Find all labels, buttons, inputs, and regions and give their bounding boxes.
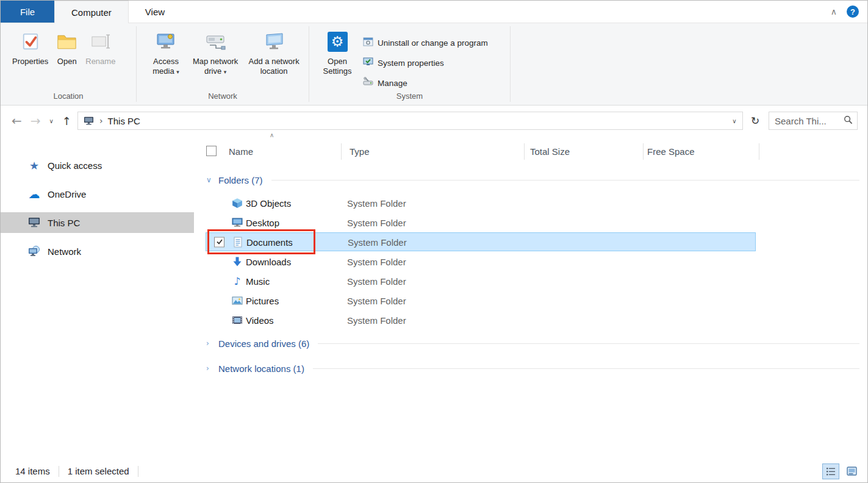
sidebar-item-label: Network	[48, 246, 81, 257]
column-divider[interactable]	[341, 143, 342, 160]
access-media-button[interactable]: Access media ▾	[144, 28, 188, 77]
status-bar: 14 items 1 item selected	[1, 460, 867, 482]
thumbnail-view-button[interactable]	[843, 463, 860, 479]
file-type: System Folder	[347, 218, 406, 228]
desktop-icon	[231, 217, 243, 228]
sidebar-item-this-pc[interactable]: This PC	[1, 212, 194, 233]
quick-access-star-icon: ★	[27, 159, 41, 172]
address-dropdown-icon[interactable]: ∨	[726, 118, 742, 124]
file-row-desktop[interactable]: Desktop System Folder	[206, 213, 756, 232]
forward-icon[interactable]: →	[30, 113, 41, 128]
3d-objects-icon	[231, 198, 243, 209]
ribbon-separator	[510, 26, 511, 102]
ribbon-tab-bar: File Computer View ∧ ?	[1, 1, 867, 23]
open-settings-label: Open Settings	[322, 57, 353, 76]
file-row-documents[interactable]: Documents System Folder	[206, 232, 756, 251]
tabbar-right-controls: ∧ ?	[831, 1, 867, 23]
file-row-downloads[interactable]: Downloads System Folder	[206, 252, 756, 271]
ribbon-group-location: Properties Open Rename Location	[1, 23, 136, 105]
search-input[interactable]	[775, 116, 844, 126]
help-icon[interactable]: ?	[847, 5, 859, 18]
group-label: Network locations (1)	[218, 363, 304, 374]
sidebar-item-network[interactable]: Network	[1, 241, 194, 262]
back-icon[interactable]: ←	[12, 113, 22, 128]
rename-button[interactable]: Rename	[81, 28, 120, 68]
uninstall-icon	[363, 37, 373, 49]
system-properties-label: System properties	[378, 59, 444, 68]
select-all-checkbox[interactable]	[206, 146, 217, 156]
properties-icon	[21, 30, 40, 53]
group-header-folders[interactable]: ∨ Folders (7)	[206, 171, 859, 188]
view-toggle-buttons	[822, 463, 867, 479]
file-row-videos[interactable]: Videos System Folder	[206, 310, 756, 330]
tab-file[interactable]: File	[1, 1, 54, 23]
file-type: System Folder	[347, 315, 406, 326]
file-list-pane: ∧ Name Type Total Size Free Space ∨ Fold…	[194, 136, 867, 460]
collapse-group-icon[interactable]: ∨	[206, 176, 216, 184]
column-divider[interactable]	[524, 143, 525, 160]
properties-button[interactable]: Properties	[8, 28, 52, 68]
navigation-pane: ★ Quick access ☁ OneDrive This PC Networ…	[1, 136, 194, 460]
uninstall-label: Uninstall or change a program	[378, 38, 488, 48]
system-properties-button[interactable]: System properties	[363, 56, 488, 70]
file-row-3d-objects[interactable]: 3D Objects System Folder	[206, 193, 756, 213]
status-divider	[59, 466, 59, 477]
column-header-type[interactable]: Type	[350, 146, 370, 157]
file-row-pictures[interactable]: Pictures System Folder	[206, 291, 756, 310]
column-header-name[interactable]: Name	[229, 146, 253, 157]
map-network-drive-label: Map network drive	[193, 57, 238, 76]
settings-gear-icon: ⚙	[328, 30, 348, 53]
search-box[interactable]	[769, 112, 858, 130]
file-type: System Folder	[347, 296, 406, 306]
column-divider[interactable]	[759, 143, 759, 160]
manage-button[interactable]: Manage	[363, 76, 488, 90]
system-group-label: System	[309, 90, 510, 105]
search-icon[interactable]	[844, 115, 853, 127]
manage-label: Manage	[378, 79, 407, 88]
group-header-network-locations[interactable]: › Network locations (1)	[206, 360, 859, 377]
group-header-devices-and-drives[interactable]: › Devices and drives (6)	[206, 335, 859, 352]
map-network-drive-button[interactable]: Map network drive ▾	[188, 28, 243, 77]
file-type: System Folder	[348, 237, 407, 247]
items-count: 14 items	[15, 466, 50, 476]
open-button[interactable]: Open	[52, 28, 81, 68]
collapse-ribbon-icon[interactable]: ∧	[831, 7, 837, 16]
open-settings-button[interactable]: ⚙ Open Settings	[318, 28, 357, 77]
dropdown-caret-icon: ▾	[176, 69, 179, 75]
refresh-icon[interactable]: ↻	[747, 115, 764, 127]
documents-checkbox[interactable]	[214, 237, 224, 247]
ribbon-group-system: ⚙ Open Settings Uninstall or change a pr…	[309, 23, 510, 105]
this-pc-icon	[27, 217, 41, 228]
file-name: Videos	[246, 315, 274, 326]
up-icon[interactable]: ↑	[62, 115, 71, 127]
sidebar-item-quick-access[interactable]: ★ Quick access	[1, 155, 194, 176]
navigation-buttons: ← → ∨ ↑	[1, 113, 77, 128]
file-row-music[interactable]: ♪ Music System Folder	[206, 271, 756, 291]
column-header-free-space[interactable]: Free Space	[647, 146, 695, 157]
network-group-label: Network	[137, 90, 309, 105]
open-folder-icon	[57, 30, 77, 53]
expand-group-icon[interactable]: ›	[206, 339, 216, 348]
sidebar-item-onedrive[interactable]: ☁ OneDrive	[1, 184, 194, 204]
breadcrumb-bar[interactable]: › This PC ∨	[77, 112, 743, 130]
tab-view[interactable]: View	[129, 1, 181, 23]
tab-computer[interactable]: Computer	[54, 1, 129, 23]
column-divider[interactable]	[643, 143, 644, 160]
sort-ascending-icon: ∧	[270, 132, 274, 138]
dropdown-caret-icon: ▾	[224, 69, 227, 75]
file-name: 3D Objects	[246, 198, 291, 209]
uninstall-program-button[interactable]: Uninstall or change a program	[363, 36, 488, 49]
onedrive-cloud-icon: ☁	[27, 187, 41, 201]
file-type: System Folder	[347, 198, 406, 209]
access-media-label: Access media	[152, 57, 179, 76]
recent-locations-icon[interactable]: ∨	[49, 118, 54, 124]
expand-group-icon[interactable]: ›	[206, 364, 216, 373]
file-type: System Folder	[347, 276, 406, 287]
group-label: Devices and drives (6)	[218, 338, 309, 349]
add-network-location-button[interactable]: Add a network location	[243, 28, 305, 77]
group-rule	[318, 343, 859, 344]
breadcrumb-path[interactable]: This PC	[108, 116, 140, 126]
add-network-location-label: Add a network location	[247, 57, 301, 76]
column-header-total-size[interactable]: Total Size	[530, 146, 570, 157]
details-view-button[interactable]	[822, 463, 839, 479]
